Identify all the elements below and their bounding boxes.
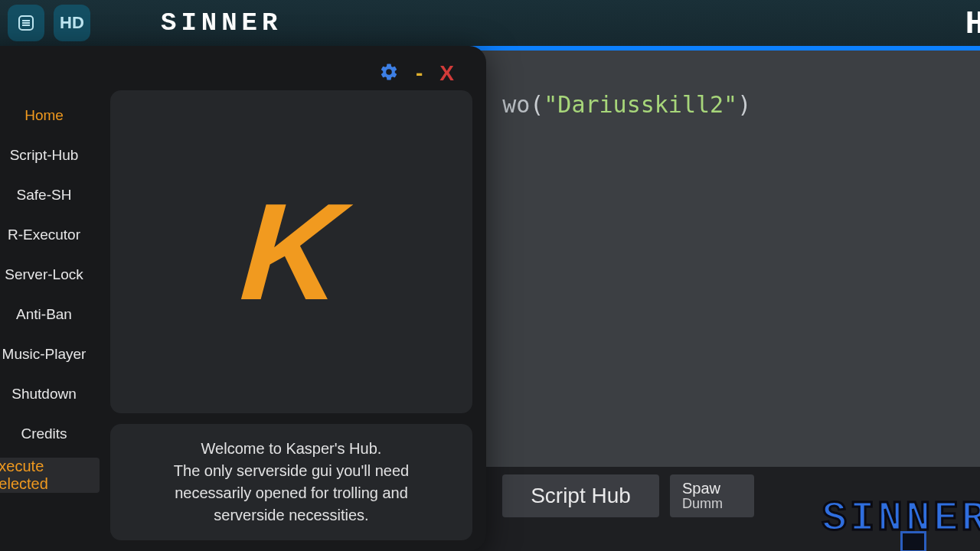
sidebar-item-music-player[interactable]: Music-Player xyxy=(0,337,100,372)
button-label: Dumm xyxy=(682,497,742,512)
kasper-hub-window[interactable]: - X HomeScript-HubSafe-SHR-ExecutorServe… xyxy=(0,46,486,551)
hub-body: HomeScript-HubSafe-SHR-ExecutorServer-Lo… xyxy=(0,90,472,540)
sidebar-item-shutdown[interactable]: Shutdown xyxy=(0,377,100,412)
hub-sidebar: HomeScript-HubSafe-SHR-ExecutorServer-Lo… xyxy=(0,90,100,540)
hub-main: K Welcome to Kasper's Hub. The only serv… xyxy=(110,90,472,540)
button-label: Spaw xyxy=(682,480,742,497)
sidebar-item-script-hub[interactable]: Script-Hub xyxy=(0,138,100,173)
execute-selected-button[interactable]: Execute Selected xyxy=(0,458,100,493)
roblox-topbar: HD SINNER H xyxy=(0,0,980,46)
sidebar-item-r-executor[interactable]: R-Executor xyxy=(0,217,100,253)
sidebar-item-safe-sh[interactable]: Safe-SH xyxy=(0,178,100,213)
script-hub-button[interactable]: Script Hub xyxy=(502,474,659,517)
menu-button[interactable] xyxy=(8,5,44,41)
hub-welcome-panel: Welcome to Kasper's Hub. The only server… xyxy=(110,424,472,540)
hd-button[interactable]: HD xyxy=(54,5,90,41)
close-button[interactable]: X xyxy=(439,61,454,86)
sidebar-item-server-lock[interactable]: Server-Lock xyxy=(0,257,100,292)
minimize-button[interactable]: - xyxy=(416,70,423,77)
welcome-text: Welcome to Kasper's Hub. The only server… xyxy=(174,438,409,527)
code-function: wo xyxy=(502,91,530,118)
sidebar-item-anti-ban[interactable]: Anti-Ban xyxy=(0,297,100,332)
title-fragment: H xyxy=(965,6,980,43)
menu-lines-icon xyxy=(17,14,35,32)
gear-icon[interactable] xyxy=(379,62,399,85)
hd-label: HD xyxy=(60,13,84,33)
sidebar-item-home[interactable]: Home xyxy=(0,98,100,133)
hub-logo-letter: K xyxy=(237,183,346,321)
hub-logo-panel: K xyxy=(110,90,472,413)
code-string: "Dariusskill2" xyxy=(544,91,737,118)
hub-titlebar[interactable]: - X xyxy=(0,57,472,90)
game-title: SINNER xyxy=(161,8,282,37)
sidebar-item-credits[interactable]: Credits xyxy=(0,416,100,452)
watermark-badge xyxy=(900,531,926,551)
spawn-dummy-button[interactable]: Spaw Dumm xyxy=(670,474,754,517)
button-label: Script Hub xyxy=(514,484,647,508)
